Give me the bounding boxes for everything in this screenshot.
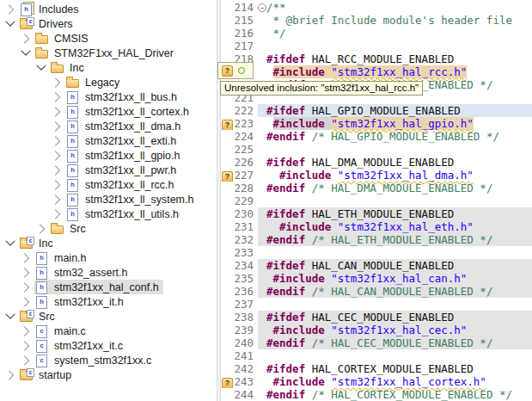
tree-item-label: main.c [53,325,86,337]
chevron-right-icon[interactable] [4,4,14,14]
fold-column [258,182,266,194]
code-line-body[interactable]: #endif /* HAL_CAN_MODULE_ENABLED */ [258,285,532,298]
chevron-right-icon[interactable] [20,297,29,306]
tree-item[interactable]: cstartup [0,367,217,382]
line-number: 243 [233,375,258,388]
code-line-body[interactable]: #include "stm32f1xx_hal_cortex.h" [258,375,532,388]
chevron-right-icon[interactable] [51,165,60,175]
code-line-body[interactable] [258,194,532,207]
unresolved-inclusion-marker-icon[interactable]: ? [222,65,233,77]
tree-item[interactable]: cInc [0,236,217,250]
line-number: 215 [233,14,258,27]
tree-item[interactable]: Legacy [0,75,217,89]
tree-item[interactable]: hstm32f1xx_ll_utils.h [0,207,217,221]
chevron-right-icon[interactable] [20,282,29,292]
tree-item[interactable]: csystem_stm32f1xx.c [0,353,217,367]
tree-item[interactable]: hstm32f1xx_ll_dma.h [0,119,217,133]
tree-item[interactable]: STM32F1xx_HAL_Driver [0,46,217,60]
chevron-right-icon[interactable] [51,180,60,189]
tree-item[interactable]: hstm32_assert.h [0,265,217,280]
code-line-body[interactable]: */ [258,27,532,40]
code-line-body[interactable]: #endif /* HAL_GPIO_MODULE_ENABLED */ [258,130,532,143]
code-line-body[interactable] [258,349,532,362]
chevron-right-icon[interactable] [51,92,60,102]
tree-item[interactable]: cmain.c [0,324,217,338]
tree-item[interactable]: hstm32f1xx_it.h [0,294,217,309]
chevron-right-icon[interactable] [20,355,29,365]
code-editor[interactable]: 214/**215 * @brief Include module's head… [221,0,532,401]
chevron-right-icon[interactable] [20,341,29,350]
tree-item[interactable]: cDrivers [0,16,217,31]
tree-item[interactable]: Inc [0,60,217,75]
code-line-body[interactable]: #ifdef HAL_ETH_MODULE_ENABLED [258,207,532,220]
tree-item-label: STM32F1xx_HAL_Driver [53,47,174,59]
chevron-right-icon[interactable] [51,136,60,145]
chevron-right-icon[interactable] [51,209,60,219]
marker-ruler [221,156,233,169]
code-line-body[interactable]: #ifdef HAL_CORTEX_MODULE_ENABLED [258,362,532,375]
code-line-body[interactable] [258,40,532,52]
chevron-right-icon[interactable] [20,326,29,336]
code-line-body[interactable]: #ifdef HAL_DMA_MODULE_ENABLED [258,156,532,169]
tree-item[interactable]: hstm32f1xx_ll_system.h [0,192,217,207]
code-line-body[interactable]: #include "stm32f1xx_hal_eth.h" [258,220,532,233]
tree-item[interactable]: hstm32f1xx_ll_bus.h [0,89,217,104]
tree-item[interactable]: cSrc [0,309,217,324]
code-line-body[interactable] [258,298,532,311]
tree-item[interactable]: hstm32f1xx_hal_conf.h [0,280,217,294]
line-number: 238 [233,311,258,324]
code-line-body[interactable]: * @brief Include module's header file [258,14,532,27]
code-line-body[interactable]: #endif /* HAL_CORTEX_MODULE_ENABLED */ [258,388,532,401]
tree-item[interactable]: CMSIS [0,31,217,46]
fold-collapse-icon[interactable] [258,3,266,12]
chevron-right-icon[interactable] [20,268,29,277]
tree-item[interactable]: hmain.h [0,250,217,265]
tree-item[interactable]: Src [0,221,217,236]
chevron-down-icon[interactable] [21,46,30,55]
code-line-body[interactable]: #ifdef HAL_GPIO_MODULE_ENABLED [258,104,532,117]
tree-item[interactable]: hstm32f1xx_ll_rcc.h [0,177,217,192]
chevron-down-icon[interactable] [36,60,46,70]
code-line-body[interactable]: #endif /* HAL_ETH_MODULE_ENABLED */ [258,233,532,246]
header-file-icon: h [66,207,81,220]
tree-item-label: stm32f1xx_ll_pwr.h [84,164,176,176]
code-line-body[interactable]: #include "stm32f1xx_hal_dma.h" [258,169,532,182]
chevron-down-icon[interactable] [5,309,15,318]
code-line-body[interactable]: /** [258,1,532,14]
code-line-body[interactable]: #endif /* HAL_DMA_MODULE_ENABLED */ [258,182,532,194]
code-line-body[interactable]: #include "stm32f1xx_hal_gpio.h" [258,117,532,130]
tree-item[interactable]: hstm32f1xx_ll_cortex.h [0,104,217,119]
chevron-down-icon[interactable] [5,16,15,26]
code-line-body[interactable]: #ifdef HAL_CEC_MODULE_ENABLED [258,311,532,324]
chevron-right-icon[interactable] [51,107,60,116]
tree-item-label: stm32f1xx_ll_utils.h [84,208,179,220]
chevron-right-icon[interactable] [35,224,45,233]
tree-item[interactable]: hstm32f1xx_ll_gpio.h [0,148,217,163]
line-number: 224 [233,130,258,143]
chevron-right-icon[interactable] [51,77,60,87]
code-line-body[interactable]: #include "stm32f1xx_hal_can.h" [258,272,532,285]
chevron-right-icon[interactable] [20,34,29,43]
code-line-body[interactable]: #include "stm32f1xx_hal_rcc.h" [258,65,532,78]
chevron-right-icon[interactable] [51,121,60,131]
code-line-body[interactable]: #include "stm32f1xx_hal_cec.h" [258,324,532,336]
code-line-body[interactable] [258,143,532,156]
marker-ruler [221,14,233,27]
chevron-down-icon[interactable] [5,236,15,245]
tree-item[interactable]: hstm32f1xx_ll_pwr.h [0,163,217,177]
chevron-right-icon[interactable] [20,253,29,262]
code-line-body[interactable] [258,246,532,259]
tree-item[interactable]: hIncludes [0,2,217,16]
code-line-body[interactable]: #ifdef HAL_RCC_MODULE_ENABLED [258,52,532,65]
tree-item[interactable]: hstm32f1xx_ll_exti.h [0,133,217,148]
line-number: 242 [233,362,258,375]
tree-item[interactable]: cstm32f1xx_it.c [0,338,217,353]
code-line-body[interactable]: #ifdef HAL_CAN_MODULE_ENABLED [258,259,532,272]
line-number: 232 [233,233,258,246]
chevron-right-icon[interactable] [51,194,60,204]
line-number: 239 [233,324,258,336]
chevron-right-icon[interactable] [4,370,14,379]
code-line-body[interactable]: #endif /* HAL_CEC_MODULE_ENABLED */ [258,336,532,349]
line-number: 229 [233,194,258,207]
chevron-right-icon[interactable] [51,151,60,160]
